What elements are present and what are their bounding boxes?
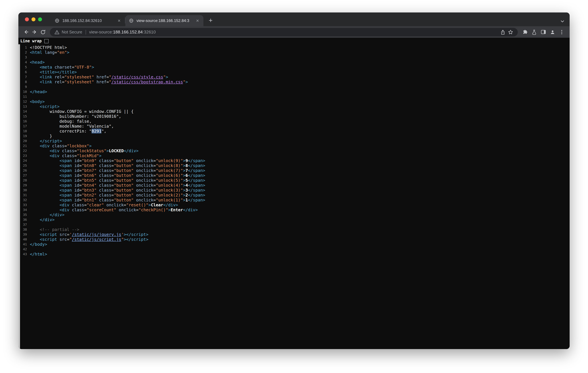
code-segment: "btn3" (82, 188, 96, 193)
code-segment: class (99, 183, 111, 188)
code-segment (134, 178, 136, 183)
code-segment: > (148, 202, 151, 207)
code-segment: ' (121, 232, 124, 237)
code-segment (30, 104, 40, 109)
code-segment (30, 70, 40, 74)
code-segment: = (79, 173, 82, 178)
tab-site[interactable]: 188.166.152.84:32610 × (51, 15, 125, 26)
code-segment: > (183, 197, 185, 202)
menu-kebab-icon[interactable] (557, 28, 566, 36)
code-segment: = (74, 148, 77, 153)
code-segment (30, 227, 40, 232)
code-segment: "btn5" (82, 178, 96, 183)
code-segment: = (153, 183, 156, 188)
code-segment (30, 193, 60, 197)
code-segment: class (99, 193, 111, 197)
code-segment: <title></title> (40, 70, 77, 74)
resource-link[interactable]: /static/css/style.css (111, 74, 163, 79)
code-segment: " (109, 79, 111, 84)
code-segment: "button" (114, 193, 134, 197)
code-segment: "reset()" (126, 202, 148, 207)
line-wrap-checkbox[interactable] (44, 39, 49, 43)
code-segment: "button" (114, 197, 134, 202)
side-panel-icon[interactable] (539, 28, 548, 36)
tab-close-icon[interactable]: × (116, 18, 122, 23)
source-line: 24 <span id="btn9" class="button" onclic… (18, 158, 570, 163)
code-segment: onclick (136, 183, 153, 188)
code-segment: id (74, 173, 79, 178)
tab-title: view-source:188.166.152.84:3 (136, 18, 192, 23)
code-segment: src (60, 232, 67, 237)
code-segment (30, 207, 60, 212)
zoom-window-button[interactable] (38, 17, 42, 21)
forward-button[interactable] (30, 28, 39, 36)
tab-strip: 188.166.152.84:32610 × view-source:188.1… (18, 12, 570, 26)
resource-link[interactable]: /static/js/script.js (72, 237, 121, 242)
code-segment: </span> (188, 197, 205, 202)
code-segment: <script (40, 232, 57, 237)
source-line: 21 <div class="lockbox"> (18, 143, 570, 148)
code-segment: "btn4" (82, 183, 96, 188)
new-tab-button[interactable]: + (206, 16, 215, 25)
tab-search-chevron-icon[interactable] (560, 18, 564, 24)
code-segment (72, 188, 74, 193)
code-segment: "UTF-8" (74, 65, 92, 70)
code-segment: </span> (188, 163, 205, 168)
code-segment (52, 65, 55, 70)
code-segment: <meta (40, 65, 52, 70)
code-segment: = (111, 163, 114, 168)
code-segment: class (99, 197, 111, 202)
source-line: 37 (18, 222, 570, 227)
code-segment: = (84, 207, 87, 212)
source-line: 40 <script src="/static/js/script.js"></… (18, 237, 570, 242)
profile-avatar-icon[interactable] (548, 28, 557, 36)
code-segment (96, 197, 99, 202)
lab-flask-icon[interactable] (530, 28, 539, 36)
code-segment: 8 (185, 163, 188, 168)
code-segment: <span (60, 197, 72, 202)
code-segment: <span (60, 158, 72, 163)
code-segment (30, 202, 60, 207)
code-segment: = (64, 143, 67, 148)
not-secure-label[interactable]: Not Secure (62, 30, 82, 34)
source-line: 19 } (18, 134, 570, 138)
code-segment (30, 183, 60, 188)
code-segment (134, 173, 136, 178)
reload-button[interactable] (39, 28, 47, 36)
code-segment: onclick (136, 163, 153, 168)
code-segment (96, 188, 99, 193)
minimize-window-button[interactable] (32, 17, 35, 21)
bookmark-star-icon[interactable] (507, 28, 514, 36)
code-segment: 2 (185, 193, 188, 197)
code-segment: = (111, 188, 114, 193)
code-segment (30, 163, 60, 168)
code-segment: class (99, 178, 111, 183)
resource-link[interactable]: /static/css/bootstrap.min.css (111, 79, 183, 84)
code-segment: = (84, 202, 87, 207)
tab-view-source[interactable]: view-source:188.166.152.84:3 × (125, 15, 203, 26)
close-window-button[interactable] (25, 17, 29, 21)
code-segment: "unlock(6)" (156, 173, 183, 178)
resource-link[interactable]: /static/js/jquery.js (72, 232, 121, 237)
source-line: 23 <div class="lockMid"> (18, 153, 570, 158)
code-segment: <span (60, 183, 72, 188)
code-segment: > (99, 153, 102, 158)
code-segment: href (96, 79, 106, 84)
code-segment (96, 173, 99, 178)
tab-close-icon[interactable]: × (195, 18, 200, 23)
code-segment: <head> (30, 60, 45, 65)
back-button[interactable] (22, 28, 30, 36)
code-segment: > (67, 50, 69, 55)
code-segment: <div (40, 143, 50, 148)
code-segment: ></script> (124, 237, 148, 242)
address-bar[interactable]: Not Secure view-source:188.166.152.84:32… (50, 28, 518, 36)
code-segment: onclick (136, 188, 153, 193)
code-segment: class (62, 148, 74, 153)
share-icon[interactable] (499, 28, 507, 36)
tab-title: 188.166.152.84:32610 (62, 18, 114, 23)
extensions-puzzle-icon[interactable] (520, 28, 530, 36)
code-segment: lang (45, 50, 54, 55)
code-segment: window.CONFIG = window.CONFIG || { (30, 109, 134, 114)
source-line: 39 <script src='/static/js/jquery.js'></… (18, 232, 570, 237)
code-segment: class (99, 173, 111, 178)
